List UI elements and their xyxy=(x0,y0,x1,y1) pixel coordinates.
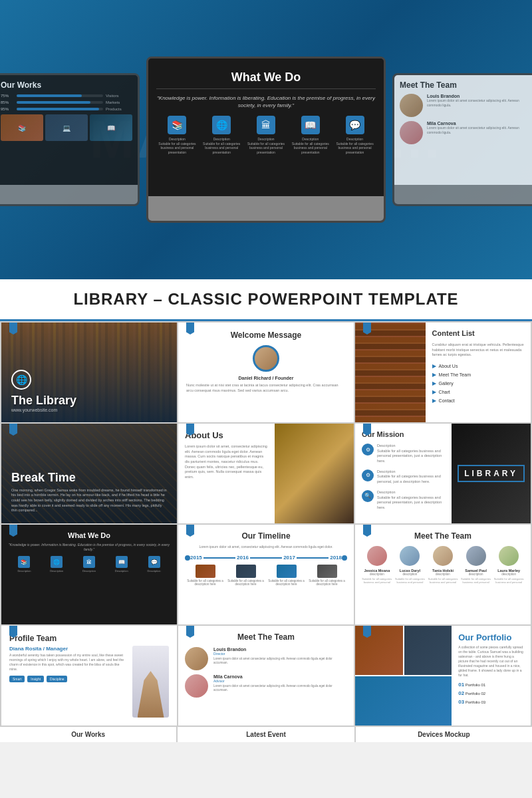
team-member-role-1: description xyxy=(362,573,392,576)
mission-photo-inner: LIBRARY xyxy=(452,424,531,523)
bookmark-1 xyxy=(9,323,17,334)
mission-item-3: 🔍 DescriptionSuitable for all categories… xyxy=(362,490,445,511)
portfolio-container: Our Portfolio A collection of some piece… xyxy=(355,626,531,726)
timeline-item-3: Suitable for all categories a descriptio… xyxy=(266,565,307,586)
bookmark-12 xyxy=(363,626,371,638)
bookmark-3 xyxy=(363,323,371,334)
list-item-about: ▶ About Us xyxy=(432,363,524,369)
meet-centered-title: Meet The Team xyxy=(185,632,347,642)
timeline-year-2016: 2016 xyxy=(237,555,249,561)
slide-timeline: Our Timeline Lorem ipsum dolor sit amet,… xyxy=(178,525,354,624)
monitors-container: Our Works 75% Visitors 85% Markets xyxy=(0,57,532,223)
mission-desc-3: DescriptionSuitable for all categories b… xyxy=(377,490,445,511)
bar-markets: 85% Markets xyxy=(1,100,132,104)
bar-visitors: 75% Visitors xyxy=(1,94,132,98)
team-member-role-4: description xyxy=(461,573,491,576)
timeline-line-1 xyxy=(203,557,235,559)
profile-person-shape xyxy=(138,671,164,718)
arrow-icon-3: ▶ xyxy=(432,380,436,386)
monitor-left: Our Works 75% Visitors 85% Markets xyxy=(0,73,140,206)
icon-box-building: 🏛 xyxy=(257,116,275,134)
portfolio-photo-2 xyxy=(404,626,452,675)
timeline-item-2: Suitable for all categories a descriptio… xyxy=(225,565,266,586)
welcome-name: Daniel Richard / Founder xyxy=(186,376,346,380)
monitor-main-screen: What We Do "Knowledge is power. Informat… xyxy=(148,59,384,196)
icon-box-small-1: 📚 xyxy=(18,556,30,568)
team-member-role-2: description xyxy=(395,573,426,576)
team-avatar-5 xyxy=(499,546,519,566)
profile-tag-discipline: Discipline xyxy=(47,676,67,682)
profile-tag-insight: Insight xyxy=(27,676,44,682)
icon-chat: 💬 DescriptionSuitable for all categories… xyxy=(334,116,376,154)
mf-text-2: Lorem ipsum dolor sit amet consectetur a… xyxy=(213,684,347,692)
member-text-1: Lorem ipsum dolor sit amet consectetur a… xyxy=(427,98,531,107)
bar-track-markets xyxy=(17,101,103,104)
slide-meet-team-grid: Meet The Team Jessica Moana description … xyxy=(355,525,531,624)
slide-mission: Our Mission ⚙ DescriptionSuitable for al… xyxy=(355,424,531,523)
member-name-1: Louis Brandon xyxy=(427,94,531,98)
what-we-do-content: What We Do "Knowledge is power. Informat… xyxy=(148,59,384,196)
slide-welcome: Welcome Message Daniel Richard / Founder… xyxy=(178,323,354,422)
timeline-dot-1 xyxy=(185,555,190,561)
timeline-items: Suitable for all categories a descriptio… xyxy=(185,565,347,586)
meet-team-content: Meet The Team Louis Brandon Lorem ipsum … xyxy=(394,75,532,185)
about-container: About Us Lorem ipsum dolor sit amet, con… xyxy=(178,424,354,523)
bookmark-2 xyxy=(186,323,194,334)
mission-title: Our Mission xyxy=(362,430,445,438)
icon-desc-small-3: Description xyxy=(82,569,96,573)
timeline-item-1: Suitable for all categories a descriptio… xyxy=(185,565,225,586)
slide-about: About Us Lorem ipsum dolor sit amet, con… xyxy=(178,424,354,523)
portfolio-photo-3 xyxy=(355,676,452,726)
photo-placeholder-2: 💻 xyxy=(45,114,88,141)
welcome-text: Nunc molestie ut at nisi stet cras at la… xyxy=(186,383,346,393)
library-title: The Library xyxy=(11,394,167,408)
arrow-icon-5: ▶ xyxy=(432,398,436,404)
monitor-left-screen: Our Works 75% Visitors 85% Markets xyxy=(0,75,138,185)
mission-item-1: ⚙ DescriptionSuitable for all categories… xyxy=(362,444,445,464)
slide-portfolio: Our Portfolio A collection of some piece… xyxy=(355,626,531,726)
mission-icon-3: 🔍 xyxy=(362,490,374,502)
portfolio-num-2: 02 xyxy=(458,690,464,696)
list-label-gallery: Gallery xyxy=(439,381,454,386)
slide-break: Break Time One morning, when Gregor Sams… xyxy=(1,424,177,523)
portfolio-item-2: 02 Portfolio 02 xyxy=(458,690,524,696)
member-featured-1: Louis Brandon Director Lorem ipsum dolor… xyxy=(185,647,347,670)
icon-small-3: 🏛 Description xyxy=(82,556,96,573)
icon-book: 📖 DescriptionSuitable for all categories… xyxy=(289,116,331,154)
icon-small-4: 📖 Description xyxy=(115,556,128,573)
welcome-title: Welcome Message xyxy=(186,331,346,340)
member-avatar-1 xyxy=(400,94,423,117)
mission-item-2: ⚙ DescriptionSuitable for all categories… xyxy=(362,469,445,485)
monitor-right: Meet The Team Louis Brandon Lorem ipsum … xyxy=(392,73,532,206)
member-text-2: Lorem ipsum dolor sit amet consectetur a… xyxy=(427,126,531,134)
profile-content: Diana Rosita / Manager A wonderful seren… xyxy=(9,646,169,718)
timeline-item-4: Suitable for all categories a descriptio… xyxy=(307,565,347,586)
list-item-chart: ▶ Chart xyxy=(432,389,524,395)
list-label-team: Meet The Team xyxy=(439,372,471,377)
photo-placeholder-1: 📚 xyxy=(1,114,43,141)
bar-label-visitors: Visitors xyxy=(106,94,132,98)
timeline-item-desc-4: Suitable for all categories a descriptio… xyxy=(307,579,347,586)
mission-icon-1: ⚙ xyxy=(362,444,374,456)
timeline-title: Our Timeline xyxy=(185,531,347,541)
team-member-desc-3: Suitable for all categories business and… xyxy=(428,577,458,584)
portfolio-items: 01 Portfolio 01 02 Portfolio 02 03 Portf… xyxy=(458,682,524,705)
bookmark-10 xyxy=(9,626,17,638)
mf-role-1: Director xyxy=(213,652,347,656)
bookmark-6 xyxy=(363,424,371,436)
icon-desc-chat: DescriptionSuitable for all categories b… xyxy=(334,137,376,154)
team-member-role-3: description xyxy=(428,573,458,576)
what-we-do-icons: 📚 DescriptionSuitable for all categories… xyxy=(156,116,376,154)
team-card-5: Laura Marley description Suitable for al… xyxy=(493,546,524,584)
timeline-item-desc-2: Suitable for all categories a descriptio… xyxy=(225,579,266,586)
meet-team-title: Meet The Team xyxy=(400,80,531,90)
team-card-2: Lucas Daryl description Suitable for all… xyxy=(395,546,426,584)
arrow-icon-1: ▶ xyxy=(432,363,436,369)
page-title: LIBRARY – CLASSIC POWERPOINT TEMPLATE xyxy=(13,290,519,309)
team-card-4: Samuel Paul description Suitable for all… xyxy=(461,546,491,584)
bookshelf-pattern xyxy=(355,323,426,422)
mission-photo: LIBRARY xyxy=(452,424,531,523)
about-photo xyxy=(275,424,354,523)
title-banner: LIBRARY – CLASSIC POWERPOINT TEMPLATE xyxy=(0,279,532,321)
timeline-line-3 xyxy=(297,557,329,559)
